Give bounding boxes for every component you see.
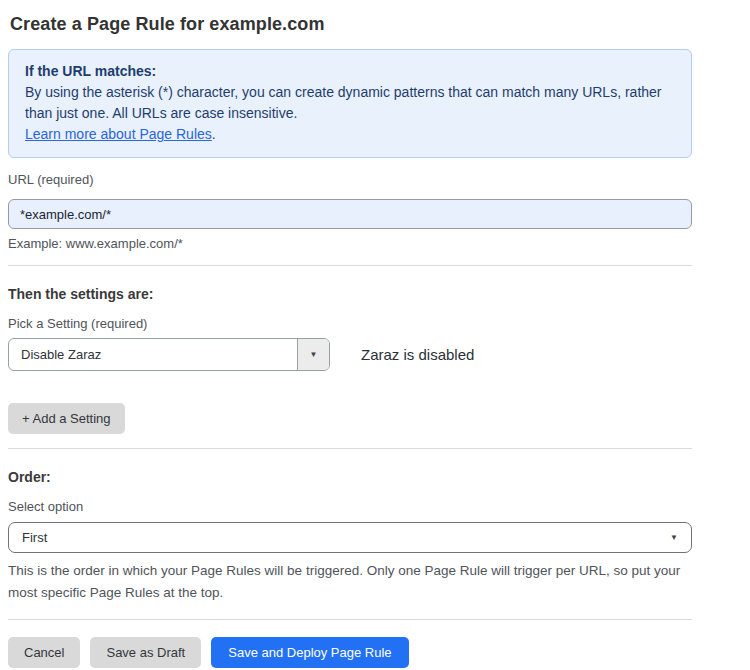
setting-picker[interactable]: Disable Zaraz ▼ xyxy=(8,338,330,371)
setting-picker-row: Disable Zaraz ▼ Zaraz is disabled xyxy=(8,338,692,371)
add-setting-button[interactable]: + Add a Setting xyxy=(8,403,125,434)
order-select-label: Select option xyxy=(8,499,692,514)
setting-status-text: Zaraz is disabled xyxy=(361,346,474,363)
save-and-deploy-button[interactable]: Save and Deploy Page Rule xyxy=(211,637,408,668)
url-label: URL (required) xyxy=(8,172,692,187)
caret-down-icon: ▼ xyxy=(310,351,318,359)
footer-actions: Cancel Save as Draft Save and Deploy Pag… xyxy=(8,637,692,668)
info-box-link-line: Learn more about Page Rules. xyxy=(25,124,675,145)
page-title: Create a Page Rule for example.com xyxy=(10,14,692,35)
info-box-body: By using the asterisk (*) character, you… xyxy=(25,82,675,124)
pick-setting-label: Pick a Setting (required) xyxy=(8,316,692,331)
divider xyxy=(8,265,692,266)
url-input[interactable] xyxy=(8,199,692,229)
save-as-draft-button[interactable]: Save as Draft xyxy=(90,637,201,668)
divider xyxy=(8,619,692,620)
page-rule-form: Create a Page Rule for example.com If th… xyxy=(0,0,750,668)
order-heading: Order: xyxy=(8,469,692,485)
order-select-value: First xyxy=(22,530,47,545)
url-example-text: Example: www.example.com/* xyxy=(8,236,692,251)
link-suffix: . xyxy=(212,126,216,142)
learn-more-link[interactable]: Learn more about Page Rules xyxy=(25,126,212,142)
order-select[interactable]: First ▼ xyxy=(8,522,692,553)
setting-picker-value: Disable Zaraz xyxy=(9,339,297,370)
divider xyxy=(8,448,692,449)
settings-heading: Then the settings are: xyxy=(8,286,692,302)
cancel-button[interactable]: Cancel xyxy=(8,637,80,668)
info-box-heading: If the URL matches: xyxy=(25,61,675,82)
caret-down-icon: ▼ xyxy=(670,534,678,542)
url-match-info-box: If the URL matches: By using the asteris… xyxy=(8,49,692,158)
setting-picker-dropdown-button[interactable]: ▼ xyxy=(297,339,329,370)
order-helper-text: This is the order in which your Page Rul… xyxy=(8,560,692,604)
